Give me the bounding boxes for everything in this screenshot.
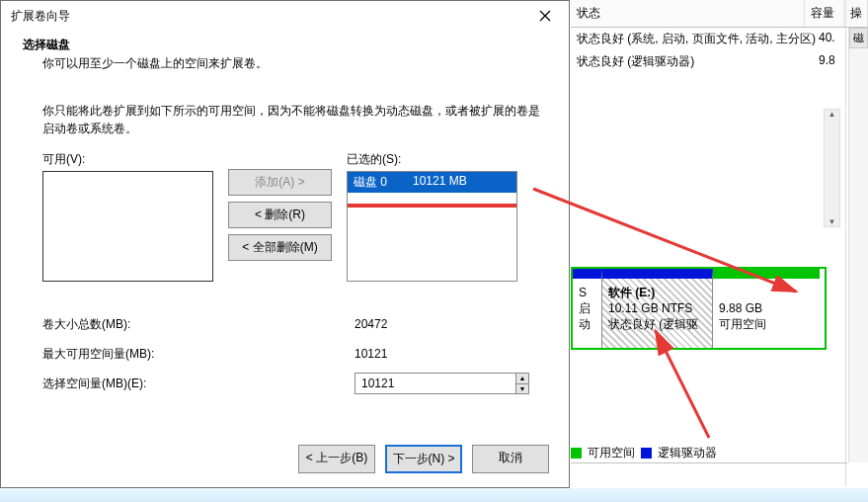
partition-title: 软件 (E:) (608, 285, 706, 300)
partition-line (719, 285, 814, 300)
actions-tab[interactable]: 磁 (849, 28, 868, 48)
select-space-input[interactable] (355, 373, 516, 394)
legend-free-label: 可用空间 (588, 445, 635, 461)
partition-line: 启动 (579, 300, 595, 332)
legend-swatch-free (571, 448, 582, 459)
remove-all-button[interactable]: < 全部删除(M) (228, 234, 332, 261)
vertical-scrollbar[interactable]: ▲ ▼ (824, 109, 840, 227)
back-button[interactable]: < 上一步(B) (298, 445, 375, 473)
disk-mgmt-panel: 状态 容量 操 状态良好 (系统, 启动, 页面文件, 活动, 主分区) 40.… (571, 0, 868, 488)
partition-line: 9.88 GB (719, 300, 814, 316)
titlebar: 扩展卷向导 (1, 1, 569, 31)
extend-volume-wizard: 扩展卷向导 选择磁盘 你可以用至少一个磁盘上的空间来扩展卷。 你只能将此卷扩展到… (0, 0, 570, 488)
selected-label: 已选的(S): (347, 151, 517, 168)
legend: 可用空间 逻辑驱动器 (571, 445, 717, 461)
selected-item[interactable]: 磁盘 0 10121 MB (348, 172, 516, 193)
available-label: 可用(V): (42, 151, 213, 168)
scroll-up-icon[interactable]: ▲ (825, 110, 839, 119)
total-size-label: 卷大小总数(MB): (42, 316, 355, 333)
partition-line: 10.11 GB NTFS (608, 300, 706, 316)
select-space-spinner[interactable]: ▲ ▼ (355, 373, 529, 394)
max-space-label: 最大可用空间量(MB): (42, 346, 355, 363)
close-button[interactable] (525, 2, 565, 30)
total-size-value: 20472 (355, 317, 522, 331)
legend-swatch-logical (641, 448, 652, 459)
spin-up-icon[interactable]: ▲ (516, 373, 529, 383)
selected-listbox[interactable]: 磁盘 0 10121 MB (347, 171, 517, 282)
panel-divider (845, 0, 846, 486)
spin-down-icon[interactable]: ▼ (516, 383, 529, 395)
section-title: 选择磁盘 (19, 35, 551, 55)
available-listbox[interactable] (42, 171, 213, 282)
section-subtitle: 你可以用至少一个磁盘上的空间来扩展卷。 (19, 55, 551, 72)
scroll-down-icon[interactable]: ▼ (825, 217, 839, 226)
disk-list-header: 状态 容量 操 (571, 0, 868, 28)
partition-system[interactable]: S 启动 (573, 269, 602, 348)
partition-line: 可用空间 (719, 316, 814, 332)
row-status: 状态良好 (逻辑驱动器) (577, 53, 819, 70)
max-space-value: 10121 (355, 347, 522, 361)
partition-free[interactable]: 9.88 GB 可用空间 (713, 269, 820, 348)
partition-line: S (579, 285, 595, 300)
legend-logical-label: 逻辑驱动器 (658, 445, 717, 461)
partition-line: 状态良好 (逻辑驱 (608, 316, 706, 332)
description-text: 你只能将此卷扩展到如下所示的可用空间，因为不能将磁盘转换为动态磁盘，或者被扩展的… (42, 102, 546, 137)
dialog-title: 扩展卷向导 (11, 8, 70, 25)
disk-list-row[interactable]: 状态良好 (系统, 启动, 页面文件, 活动, 主分区) 40. (571, 28, 868, 50)
disk-list-row[interactable]: 状态良好 (逻辑驱动器) 9.8 (571, 50, 868, 73)
row-status: 状态良好 (系统, 启动, 页面文件, 活动, 主分区) (577, 31, 819, 47)
col-ops[interactable]: 操 (844, 0, 868, 27)
disk-layout: S 启动 软件 (E:) 10.11 GB NTFS 状态良好 (逻辑驱 9.8… (571, 267, 827, 350)
select-space-label: 选择空间量(MB)(E): (42, 376, 355, 392)
next-button[interactable]: 下一步(N) > (385, 445, 462, 473)
dialog-footer: < 上一步(B) 下一步(N) > 取消 (298, 445, 549, 473)
panel-border (571, 462, 847, 463)
actions-sidebar: 磁 (848, 28, 868, 462)
col-capacity[interactable]: 容量 (805, 0, 844, 27)
cancel-button[interactable]: 取消 (472, 445, 549, 473)
remove-button[interactable]: < 删除(R) (228, 202, 332, 228)
status-bar (0, 488, 868, 502)
selected-disk: 磁盘 0 (354, 174, 413, 191)
dialog-body: 选择磁盘 你可以用至少一个磁盘上的空间来扩展卷。 你只能将此卷扩展到如下所示的可… (1, 31, 569, 398)
selected-size: 10121 MB (413, 174, 467, 191)
col-status[interactable]: 状态 (571, 0, 805, 27)
add-button: 添加(A) > (228, 169, 332, 196)
partition-software[interactable]: 软件 (E:) 10.11 GB NTFS 状态良好 (逻辑驱 (602, 269, 713, 348)
close-icon (539, 10, 551, 22)
